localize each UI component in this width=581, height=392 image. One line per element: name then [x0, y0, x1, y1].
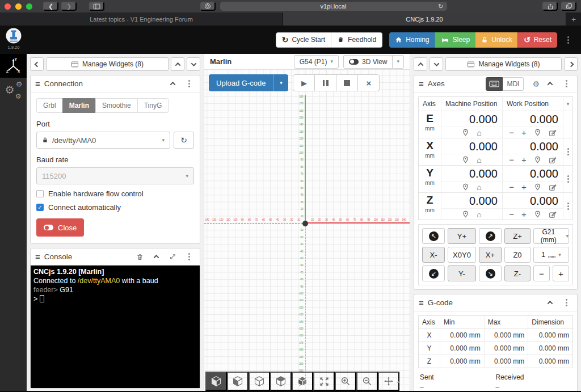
view-options-dropdown[interactable]: ▾ — [392, 55, 404, 69]
console-terminal[interactable]: CNCjs 1.9.20 [Marlin]Connected to /dev/t… — [31, 265, 200, 388]
expand-all-widgets-button-right[interactable] — [430, 57, 443, 71]
step-decrease-button[interactable]: − — [533, 265, 550, 281]
step-increase-button[interactable]: + — [553, 265, 569, 281]
drag-handle-icon[interactable]: ≡ — [35, 252, 40, 262]
console-menu-icon[interactable] — [183, 251, 195, 263]
homing-button[interactable]: Homing — [389, 32, 435, 48]
decrease-icon[interactable]: − — [509, 210, 514, 218]
address-bar[interactable]: v1pi.local ↻ — [220, 2, 447, 11]
close-gcode-button[interactable]: × — [357, 74, 380, 91]
controller-tab-grbl[interactable]: Grbl — [36, 98, 63, 113]
baud-rate-select[interactable]: 115200 ▾ — [36, 167, 194, 184]
goto-z0-button[interactable]: Z0 — [504, 247, 531, 263]
auto-connect-checkbox[interactable]: ✓ — [36, 204, 44, 211]
browser-tab-cncjs[interactable]: CNCjs 1.9.20 — [283, 12, 566, 26]
edit-icon[interactable] — [549, 156, 557, 164]
drag-handle-icon[interactable]: ≡ — [419, 298, 424, 307]
jog-x-minus-y-minus-button[interactable]: ↙ — [422, 265, 445, 281]
pan-options-caret-icon[interactable]: ▴ — [397, 379, 399, 384]
home-icon[interactable]: ⌂ — [477, 155, 481, 165]
decrease-icon[interactable]: − — [509, 183, 514, 191]
increase-icon[interactable]: + — [521, 183, 527, 191]
gcode-menu-icon[interactable] — [560, 297, 572, 309]
edit-icon[interactable] — [549, 129, 557, 137]
connection-menu-icon[interactable] — [183, 78, 195, 90]
sidebar-item-workspace[interactable]: YZX — [0, 54, 27, 78]
home-icon[interactable]: ⌂ — [477, 128, 481, 137]
axis-menu-icon[interactable] — [567, 151, 569, 153]
perspective-view-button[interactable] — [292, 372, 313, 391]
collapse-left-column-button[interactable] — [30, 57, 44, 71]
stop-button[interactable] — [336, 74, 358, 91]
minimize-window-button[interactable] — [15, 3, 22, 10]
controller-tab-smoothie[interactable]: Smoothie — [95, 98, 138, 113]
collapse-gcode-button[interactable] — [544, 297, 556, 309]
zoom-fit-button[interactable] — [313, 372, 335, 391]
front-view-button[interactable] — [249, 372, 270, 391]
wcs-dropdown[interactable]: G54 (P1)▾ — [294, 55, 339, 69]
axis-menu-icon[interactable] — [567, 178, 569, 180]
drag-handle-icon[interactable]: ≡ — [419, 79, 424, 88]
positions-dropdown-icon[interactable]: ▾ — [563, 97, 572, 111]
manage-widgets-button-right[interactable]: Manage Widgets (8) — [445, 57, 562, 71]
zero-out-work-icon[interactable] — [534, 183, 541, 191]
left-view-button[interactable] — [227, 372, 249, 391]
zoom-window-button[interactable] — [26, 3, 32, 10]
edit-icon[interactable] — [549, 210, 557, 218]
jog-y-minus-button[interactable]: Y- — [448, 265, 476, 281]
jog-x-plus-button[interactable]: X+ — [479, 247, 502, 263]
visualizer-canvas[interactable]: Upload G-code ▾ ▶ × -140-130-120-110-100… — [204, 70, 410, 392]
expand-console-icon[interactable] — [166, 251, 179, 263]
browser-tab-forum[interactable]: Latest topics - V1 Engineering Forum — [0, 12, 283, 26]
drag-handle-icon[interactable]: ≡ — [35, 79, 40, 88]
top-view-button[interactable] — [270, 372, 292, 391]
zoom-out-button[interactable] — [356, 372, 378, 391]
sidebar-toggle-icon[interactable] — [89, 2, 104, 11]
home-icon[interactable]: ⌂ — [477, 183, 481, 192]
feedhold-button[interactable]: Feedhold — [331, 32, 382, 48]
zero-out-machine-icon[interactable] — [462, 156, 469, 163]
collapse-all-widgets-button-right[interactable] — [414, 57, 427, 71]
jog-z-minus-button[interactable]: Z- — [504, 265, 531, 281]
edit-icon[interactable] — [549, 183, 557, 191]
decrease-icon[interactable]: − — [509, 155, 514, 164]
sidebar-item-settings[interactable]: ⚙⚙⚙ — [0, 78, 27, 102]
jog-z-plus-button[interactable]: Z+ — [504, 228, 531, 244]
upload-gcode-dropdown[interactable]: ▾ — [273, 74, 288, 91]
collapse-connection-button[interactable] — [166, 78, 179, 90]
zero-out-machine-icon[interactable] — [462, 183, 469, 191]
manage-widgets-button-left[interactable]: Manage Widgets (8) — [46, 57, 169, 71]
controller-tab-tinyg[interactable]: TinyG — [137, 98, 169, 113]
tab-overview-icon[interactable] — [561, 2, 576, 11]
zero-out-work-icon[interactable] — [534, 210, 541, 218]
jog-x-minus-button[interactable]: X- — [422, 247, 445, 263]
expand-all-widgets-button-left[interactable] — [187, 57, 200, 71]
axis-menu-icon[interactable] — [567, 205, 569, 207]
units-dropdown[interactable]: G21 (mm)▾ — [533, 228, 569, 244]
3d-view-toggle[interactable]: 3D View — [343, 55, 393, 69]
flow-control-checkbox[interactable] — [36, 190, 44, 197]
goto-x0y0-button[interactable]: X0Y0 — [448, 247, 476, 263]
privacy-report-icon[interactable] — [200, 2, 216, 11]
zero-out-machine-icon[interactable] — [462, 210, 469, 218]
collapse-right-column-button[interactable] — [564, 57, 578, 71]
clear-console-icon[interactable] — [133, 251, 146, 263]
header-menu-icon[interactable] — [561, 39, 575, 41]
upload-gcode-button[interactable]: Upload G-code — [209, 74, 273, 91]
iso-view-button[interactable] — [205, 372, 227, 391]
jog-x-plus-y-plus-button[interactable]: ↗ — [479, 228, 502, 244]
refresh-ports-button[interactable]: ↻ — [174, 132, 194, 149]
collapse-axes-button[interactable] — [544, 78, 556, 90]
axes-menu-icon[interactable] — [560, 78, 572, 90]
browser-back-button[interactable]: ❮ — [43, 2, 58, 11]
increase-icon[interactable]: + — [521, 155, 527, 164]
reload-icon[interactable]: ↻ — [438, 3, 443, 10]
pan-button[interactable] — [378, 372, 399, 391]
port-select[interactable]: /dev/ttyAMA0 ▾ — [36, 132, 170, 149]
home-icon[interactable]: ⌂ — [477, 210, 481, 219]
flow-control-row[interactable]: Enable hardware flow control — [36, 189, 194, 198]
jog-x-plus-y-minus-button[interactable]: ↘ — [479, 265, 502, 281]
reset-button[interactable]: ↺ Reset — [517, 32, 557, 48]
step-size-dropdown[interactable]: 1mm▾ — [533, 247, 569, 263]
run-button[interactable]: ▶ — [293, 74, 315, 91]
